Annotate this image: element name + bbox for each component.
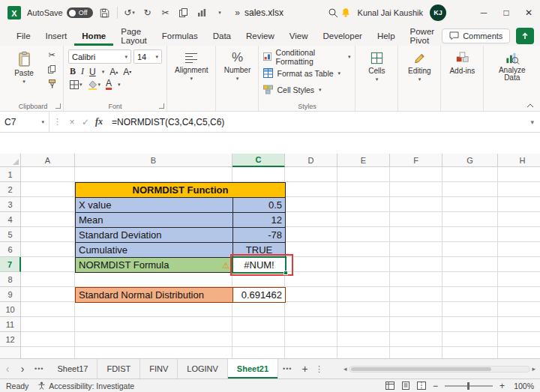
cells-button[interactable]: Cells ▾	[360, 49, 393, 84]
avatar[interactable]: KJ	[430, 4, 446, 21]
zoom-in-button[interactable]: +	[500, 381, 505, 391]
minimize-button[interactable]: ─	[472, 0, 495, 25]
italic-button[interactable]: I	[81, 66, 84, 77]
notification-bell-icon[interactable]	[340, 7, 351, 18]
tab-home[interactable]: Home	[74, 25, 113, 46]
tab-file[interactable]: File	[9, 25, 38, 46]
cell-B5[interactable]: Standard Deviation	[75, 227, 233, 243]
scroll-left-icon[interactable]: ◂	[344, 365, 347, 373]
column-header-B[interactable]: B	[75, 154, 232, 167]
cell-styles-button[interactable]: Cell Styles ▾	[263, 82, 350, 97]
tab-help[interactable]: Help	[370, 25, 403, 46]
row-header-1[interactable]: 1	[0, 167, 21, 182]
row-header-4[interactable]: 4	[0, 212, 21, 227]
tab-data[interactable]: Data	[206, 25, 238, 46]
sheet-tab-sheet21[interactable]: Sheet21	[228, 359, 278, 379]
sheet-options-icon[interactable]: ⋮	[314, 364, 326, 374]
cell-B7[interactable]: NORMDIST Formula⚠	[75, 257, 233, 273]
more-sheets-left-icon[interactable]: •••	[30, 365, 48, 373]
undo-button[interactable]: ↺▾	[124, 4, 136, 21]
row-header-9[interactable]: 9	[0, 287, 21, 302]
paste-button[interactable]: Paste ▾	[8, 49, 40, 89]
cell-B9[interactable]: Standard Normal Distribution	[75, 287, 233, 303]
tab-page-layout[interactable]: Page Layout	[113, 25, 154, 46]
share-button[interactable]	[516, 28, 534, 44]
more-sheets-right-icon[interactable]: •••	[278, 365, 296, 373]
cell-B2[interactable]: NORMDIST Function	[75, 182, 286, 198]
zoom-slider[interactable]	[445, 385, 493, 387]
chart-button[interactable]	[196, 4, 208, 21]
status-mode[interactable]: Ready	[6, 382, 28, 391]
decrease-font-size-button[interactable]: A▾	[123, 67, 131, 77]
row-header-6[interactable]: 6	[0, 242, 21, 257]
format-painter-button[interactable]	[45, 78, 58, 89]
zoom-out-button[interactable]: −	[433, 381, 438, 391]
sheet-tab-fdist[interactable]: FDIST	[98, 359, 140, 379]
cut-button[interactable]: ✂	[160, 4, 172, 21]
tab-developer[interactable]: Developer	[315, 25, 369, 46]
horizontal-scrollbar[interactable]: ◂ ▸	[344, 365, 536, 373]
normal-view-button[interactable]	[386, 382, 394, 390]
sheet-scroll-left-icon[interactable]: ‹	[0, 363, 15, 375]
analyze-data-button[interactable]: Analyze Data	[488, 49, 536, 83]
formula-bar-splitter[interactable]: ⋮	[50, 117, 65, 127]
new-sheet-button[interactable]: +	[297, 363, 314, 375]
tab-insert[interactable]: Insert	[38, 25, 75, 46]
format-as-table-button[interactable]: Format as Table ▾	[263, 66, 350, 80]
scrollbar-track[interactable]	[349, 366, 531, 373]
insert-function-icon[interactable]: fx	[92, 116, 106, 127]
column-header-G[interactable]: G	[442, 154, 498, 167]
increase-font-size-button[interactable]: A▴	[110, 67, 118, 77]
cell-C9[interactable]: 0.691462	[232, 287, 286, 303]
cut-button[interactable]: ✂	[45, 49, 58, 61]
zoom-slider-knob[interactable]	[467, 382, 470, 390]
column-header-F[interactable]: F	[390, 154, 442, 167]
tab-power-pivot[interactable]: Power Pivot	[403, 25, 442, 46]
column-header-A[interactable]: A	[21, 154, 75, 167]
number-button[interactable]: % Number ▾	[220, 49, 254, 83]
cell-C3[interactable]: 0.5	[232, 197, 286, 213]
customize-qat-chevron-icon[interactable]: ▾	[214, 4, 226, 21]
formula-input[interactable]: =NORMDIST(C3,C4,C5,C6)	[106, 117, 530, 127]
user-name[interactable]: Kunal Jai Kaushik	[358, 8, 423, 17]
collapse-ribbon-icon[interactable]	[526, 103, 534, 108]
addins-button[interactable]: Add-ins	[446, 49, 478, 76]
font-color-button[interactable]: A	[106, 79, 112, 90]
search-icon[interactable]	[328, 0, 338, 25]
fill-color-button[interactable]: ▾	[88, 80, 101, 90]
maximize-button[interactable]: □	[495, 0, 518, 25]
error-warning-icon[interactable]: ⚠	[222, 260, 230, 270]
cell-B4[interactable]: Mean	[75, 212, 233, 228]
sheet-tab-loginv[interactable]: LOGINV	[178, 359, 228, 379]
font-dialog-launcher[interactable]	[159, 103, 164, 109]
excel-app-icon[interactable]: X	[8, 6, 21, 19]
conditional-formatting-button[interactable]: Conditional Formatting ▾	[263, 49, 350, 64]
font-size-select[interactable]: 14▾	[134, 49, 162, 64]
cell-C6[interactable]: TRUE	[232, 242, 286, 258]
save-button[interactable]	[99, 4, 111, 21]
copy-button[interactable]	[45, 64, 58, 75]
scrollbar-thumb[interactable]	[351, 367, 492, 371]
borders-button[interactable]: ▾	[70, 80, 82, 89]
tab-review[interactable]: Review	[238, 25, 282, 46]
comments-button[interactable]: Comments	[442, 28, 510, 43]
sheet-tab-finv[interactable]: FINV	[140, 359, 178, 379]
page-break-preview-button[interactable]	[417, 382, 426, 390]
column-header-H[interactable]: H	[498, 154, 540, 167]
autosave-toggle[interactable]: AutoSave Off	[27, 7, 93, 18]
row-header-12[interactable]: 12	[0, 332, 21, 347]
cell-C7[interactable]: #NUM!	[232, 257, 286, 273]
sheet-scroll-right-icon[interactable]: ›	[15, 363, 30, 375]
tab-formulas[interactable]: Formulas	[154, 25, 206, 46]
enter-icon[interactable]: ✓	[79, 117, 92, 127]
document-title[interactable]: sales.xlsx	[244, 0, 284, 25]
close-button[interactable]: ✕	[518, 0, 540, 25]
fill-handle[interactable]	[284, 271, 288, 275]
row-header-8[interactable]: 8	[0, 272, 21, 287]
tab-view[interactable]: View	[282, 25, 316, 46]
formula-bar-expand-icon[interactable]: ▾	[530, 118, 540, 126]
redo-button[interactable]: ↻	[142, 4, 154, 21]
clipboard-dialog-launcher[interactable]	[56, 103, 61, 109]
cell-B6[interactable]: Cumulative	[75, 242, 233, 258]
bold-button[interactable]: B	[70, 66, 76, 77]
